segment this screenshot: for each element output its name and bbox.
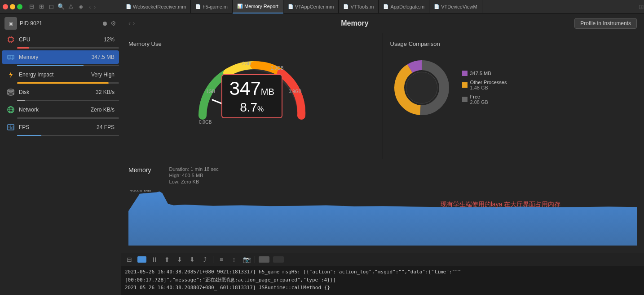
tab-icon-websocket: 📄	[126, 4, 131, 9]
chart-y-label: 400.5 MB	[130, 189, 151, 192]
minimize-window-btn[interactable]	[10, 4, 15, 9]
toolbar-icon-5[interactable]: ◈	[77, 3, 84, 10]
tab-icon-memreport: 📊	[237, 4, 243, 9]
tab-label-vtapp: VTAppCenter.mm	[295, 4, 334, 9]
gauge-pct-symbol: %	[257, 105, 264, 113]
usage-container: 347.5 MB Other Processes 1.48 GB	[390, 56, 637, 119]
sidebar-item-disk[interactable]: Disk 32 KB/s	[2, 85, 119, 99]
tab-h5game[interactable]: 📄 h5-game.m	[191, 0, 233, 13]
header-back-btn[interactable]: ‹	[128, 19, 131, 27]
toolbar-icon-1[interactable]: ⊞	[38, 3, 45, 10]
tab-label-h5game: h5-game.m	[203, 4, 228, 9]
network-value: Zero KB/s	[91, 107, 115, 113]
energy-icon	[6, 70, 15, 79]
tab-vtapp[interactable]: 📄 VTAppCenter.mm	[283, 0, 339, 13]
log-btn-camera[interactable]: 📷	[242, 255, 251, 264]
tab-icon-vttools: 📄	[343, 4, 348, 9]
energy-progress-container	[17, 82, 119, 84]
gauge-container: 0.0GB 1GB 2GB 2.9GB 3.9GB 347 MB 8.7%	[189, 53, 315, 125]
chart-title: Memory	[128, 166, 151, 184]
sidebar-item-network[interactable]: Network Zero KB/s	[2, 103, 119, 116]
close-window-btn[interactable]	[3, 4, 8, 9]
memory-use-panel: Memory Use	[121, 33, 383, 159]
legend-text-free: Free 2.08 GB	[470, 94, 488, 105]
expand-icon[interactable]: ⊞	[639, 3, 644, 10]
donut-svg	[390, 56, 453, 119]
disk-progress-bar	[17, 100, 25, 101]
legend-other-label: Other Processes	[470, 80, 507, 85]
disk-label: Disk	[19, 89, 96, 95]
chart-header: Memory Duration: 1 min 18 sec High: 400.…	[128, 166, 637, 184]
log-content: 2021-05-26 16:40:38.208571+080 9021:1813…	[121, 266, 644, 294]
sidebar-item-memory[interactable]: Memory 347.5 MB	[2, 50, 119, 64]
tab-vtdevice[interactable]: 📄 VTDeviceViewM	[429, 0, 482, 13]
log-btn-down[interactable]: ⬇	[175, 255, 184, 264]
tab-bar-left: ⊟ ⊞ ◻ 🔍 ⚠ ◈ ‹ ›	[0, 3, 121, 10]
gauge-pct-value: 8.7	[240, 100, 257, 114]
svg-text:2.9GB: 2.9GB	[271, 66, 284, 71]
nav-forward-btn[interactable]: ›	[93, 3, 97, 10]
pid-icon: ▣	[4, 17, 17, 30]
usage-comparison-panel: Usage Comparison	[383, 33, 644, 159]
tab-vttools[interactable]: 📄 VTTools.m	[339, 0, 379, 13]
sidebar-toggle-icon[interactable]: ⊟	[28, 3, 35, 10]
chart-low: Low: Zero KB	[169, 179, 219, 184]
legend-item-free: Free 2.08 GB	[462, 94, 507, 105]
tabs-area: 📄 WebsocketReceiver.mm 📄 h5-game.m 📊 Mem…	[121, 0, 639, 13]
network-progress-container	[17, 117, 119, 119]
log-btn-up[interactable]: ⬆	[163, 255, 172, 264]
sidebar-item-energy[interactable]: Energy Impact Very High	[2, 68, 119, 81]
svg-rect-17	[8, 90, 14, 94]
log-btn-display[interactable]: ⊟	[125, 255, 134, 264]
main-area: ▣ PID 9021 ⏺ ⚙ CPU 12% Memory 347.5 MB	[0, 13, 644, 295]
header-title: Memory	[341, 19, 368, 27]
toolbar-icon-3[interactable]: 🔍	[57, 3, 65, 10]
legend-item-app: 347.5 MB	[462, 71, 507, 76]
toolbar-icon-2[interactable]: ◻	[48, 3, 55, 10]
log-swatch-gray	[259, 256, 269, 263]
nav-back-btn[interactable]: ‹	[88, 3, 92, 10]
fps-value: 24 FPS	[97, 124, 115, 130]
log-btn-filter[interactable]: ≡	[217, 255, 226, 264]
memory-use-title: Memory Use	[128, 40, 162, 47]
log-sep-2	[255, 256, 255, 263]
legend-other-value: 1.48 GB	[470, 85, 507, 90]
memory-progress-container	[17, 65, 119, 66]
header-forward-btn[interactable]: ›	[132, 19, 135, 27]
annotation-text: 现有学生端使用的laya 在大厅界面占用内存	[441, 200, 561, 209]
tab-label-memreport: Memory Report	[244, 4, 278, 9]
maximize-window-btn[interactable]	[17, 4, 22, 9]
fps-label: FPS	[19, 124, 97, 130]
memory-progress-bar	[17, 65, 84, 66]
legend-free-label: Free	[470, 94, 488, 99]
tab-websocket[interactable]: 📄 WebsocketReceiver.mm	[121, 0, 191, 13]
legend-text-app: 347.5 MB	[470, 71, 491, 76]
sidebar-item-fps[interactable]: FPS 24 FPS	[2, 121, 119, 134]
tab-memreport[interactable]: 📊 Memory Report	[233, 0, 283, 13]
tab-icon-vtapp: 📄	[288, 4, 293, 9]
log-btn-down2[interactable]: ⬇	[188, 255, 197, 264]
tab-bar-icons: ⊟ ⊞ ◻ 🔍 ⚠ ◈	[28, 3, 84, 10]
chart-wrapper: 400.5 MB 现有学生端使用的laya 在大厅界面占用内存	[128, 188, 637, 246]
svg-text:0.0GB: 0.0GB	[199, 120, 212, 125]
settings-icon[interactable]: ⚙	[110, 20, 116, 27]
record-icon[interactable]: ⏺	[101, 20, 108, 27]
legend-text-other: Other Processes 1.48 GB	[470, 80, 507, 90]
log-btn-pause[interactable]: ⏸	[150, 255, 159, 264]
chart-meta: Duration: 1 min 18 sec High: 400.5 MB Lo…	[169, 166, 219, 184]
chart-high: High: 400.5 MB	[169, 173, 219, 178]
tab-appdelegate[interactable]: 📄 AppDelegate.m	[379, 0, 429, 13]
toolbar-icon-4[interactable]: ⚠	[67, 3, 75, 10]
profile-instruments-btn[interactable]: Profile in Instruments	[574, 18, 637, 29]
metrics-row: Memory Use	[121, 33, 644, 159]
tab-bar: ⊟ ⊞ ◻ 🔍 ⚠ ◈ ‹ › 📄 WebsocketReceiver.mm 📄…	[0, 0, 644, 13]
log-btn-sort[interactable]: ↕	[229, 255, 238, 264]
gauge-value: 347	[229, 78, 261, 99]
sidebar-item-cpu[interactable]: CPU 12%	[2, 33, 119, 46]
log-btn-share[interactable]: ⤴	[200, 255, 209, 264]
energy-value: Very High	[91, 72, 115, 78]
chart-section: Memory Duration: 1 min 18 sec High: 400.…	[121, 159, 644, 253]
log-swatch-blue[interactable]	[137, 256, 146, 263]
energy-label: Energy Impact	[19, 72, 91, 78]
log-swatch-dark	[273, 256, 284, 263]
